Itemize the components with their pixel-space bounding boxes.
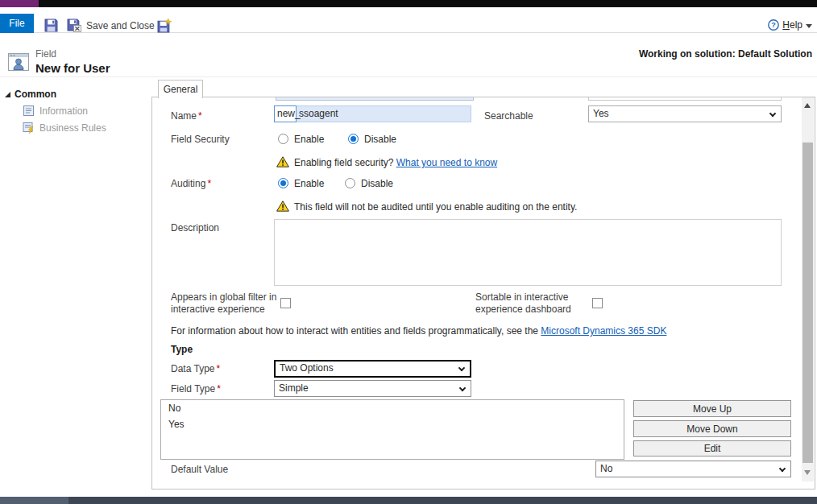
list-item[interactable]: No: [161, 400, 624, 416]
save-button[interactable]: [44, 19, 58, 32]
name-prefix-box[interactable]: new_: [274, 105, 297, 122]
partial-input-right[interactable]: [588, 97, 782, 101]
field-security-enable-label: Enable: [294, 134, 324, 145]
sdk-note: For information about how to interact wi…: [171, 325, 666, 337]
working-on-solution-label: Working on solution: Default Solution: [639, 48, 812, 60]
data-type-value: Two Options: [280, 362, 334, 374]
record-type-label: Field: [35, 48, 56, 60]
global-filter-label: Appears in global filter in interactive …: [171, 291, 279, 316]
default-value-label: Default Value: [171, 464, 228, 475]
warning-icon: [276, 200, 289, 212]
save-and-new-icon: [157, 19, 172, 33]
auditing-disable-label: Disable: [361, 178, 393, 189]
required-asterisk: *: [216, 363, 220, 374]
auditing-enable-radio[interactable]: [278, 178, 288, 188]
description-label: Description: [171, 222, 219, 233]
save-and-close-button[interactable]: Save and Close: [67, 19, 155, 32]
auditing-disable-radio[interactable]: [345, 178, 355, 188]
business-rules-icon: [23, 122, 35, 134]
field-security-disable-label: Disable: [364, 134, 396, 145]
searchable-value: Yes: [593, 108, 609, 119]
ribbon-toolbar: Save and Close ? Help: [0, 7, 817, 33]
sidebar-item-label: Information: [39, 105, 88, 117]
browser-top-strip: [0, 0, 817, 7]
list-item[interactable]: Yes: [161, 416, 624, 432]
status-bar: [0, 497, 817, 504]
help-caret-icon: [806, 24, 812, 28]
header-divider: [0, 76, 817, 77]
sdk-link[interactable]: Microsoft Dynamics 365 SDK: [541, 325, 666, 337]
sortable-checkbox[interactable]: [592, 298, 603, 308]
expand-triangle-icon: [5, 92, 10, 97]
auditing-label: Auditing*: [171, 178, 211, 189]
chevron-down-icon: [779, 465, 786, 471]
help-icon: ?: [768, 19, 779, 31]
save-and-close-icon: [67, 19, 81, 32]
scroll-up-icon[interactable]: [804, 103, 811, 108]
tab-general[interactable]: General: [158, 80, 203, 98]
field-security-label: Field Security: [171, 134, 230, 145]
sortable-label: Sortable in interactive experience dashb…: [475, 291, 574, 316]
chevron-down-icon: [459, 384, 466, 390]
field-type-select[interactable]: Simple: [274, 380, 471, 397]
scroll-down-icon[interactable]: [804, 470, 811, 475]
sidebar-group-label: Common: [15, 89, 56, 100]
form-panel: Name* new_ ssoagent Searchable Yes Field…: [151, 97, 815, 490]
help-menu[interactable]: ? Help: [768, 19, 812, 31]
auditing-warning: This field will not be audited until you…: [294, 201, 577, 213]
vertical-scrollbar[interactable]: [802, 97, 814, 481]
field-type-label: Field Type*: [171, 383, 221, 395]
required-asterisk: *: [198, 110, 202, 122]
required-asterisk: *: [217, 383, 221, 395]
default-value-select[interactable]: No: [595, 461, 791, 477]
help-label: Help: [782, 19, 802, 31]
svg-text:?: ?: [772, 21, 777, 29]
name-input[interactable]: ssoagent: [296, 105, 471, 122]
sidebar-item-information[interactable]: Information: [23, 105, 88, 117]
edit-button[interactable]: Edit: [633, 440, 791, 456]
global-filter-checkbox[interactable]: [280, 298, 291, 308]
searchable-select[interactable]: Yes: [588, 105, 782, 122]
type-section-heading: Type: [171, 344, 193, 355]
save-and-new-button[interactable]: [157, 19, 172, 33]
app-window: Save and Close ? Help File Field New: [0, 0, 817, 504]
status-bar-segment: [0, 497, 68, 504]
options-listbox: No Yes: [160, 399, 624, 460]
name-label: Name*: [171, 110, 202, 122]
field-security-enable-radio[interactable]: [278, 134, 288, 144]
chevron-down-icon: [458, 365, 465, 371]
auditing-enable-label: Enable: [294, 178, 324, 189]
partial-input-left[interactable]: [276, 97, 474, 101]
save-and-close-label: Save and Close: [86, 20, 155, 31]
sidebar-item-label: Business Rules: [39, 122, 106, 134]
description-input[interactable]: [274, 219, 782, 286]
page-title: New for User: [35, 61, 110, 75]
field-type-value: Simple: [279, 382, 309, 394]
scrollbar-thumb[interactable]: [802, 143, 813, 463]
information-icon: [23, 105, 35, 117]
data-type-select[interactable]: Two Options: [274, 360, 471, 378]
chevron-down-icon: [769, 109, 776, 116]
warning-icon: [276, 156, 289, 167]
move-up-button[interactable]: Move Up: [633, 400, 791, 417]
field-security-disable-radio[interactable]: [348, 134, 359, 144]
default-value: No: [600, 463, 612, 474]
sidebar-item-business-rules[interactable]: Business Rules: [23, 122, 106, 134]
sidebar-group-common[interactable]: Common: [5, 89, 56, 100]
required-asterisk: *: [207, 178, 211, 189]
field-entity-icon: [8, 52, 29, 71]
file-tab[interactable]: File: [0, 14, 34, 33]
data-type-label: Data Type*: [171, 363, 220, 374]
top-strip-accent: [0, 0, 39, 7]
save-icon: [44, 19, 58, 32]
field-security-warning: Enabling field security? What you need t…: [294, 157, 497, 168]
move-down-button[interactable]: Move Down: [633, 420, 791, 437]
searchable-label: Searchable: [484, 110, 533, 122]
field-security-warning-link[interactable]: What you need to know: [396, 157, 497, 168]
